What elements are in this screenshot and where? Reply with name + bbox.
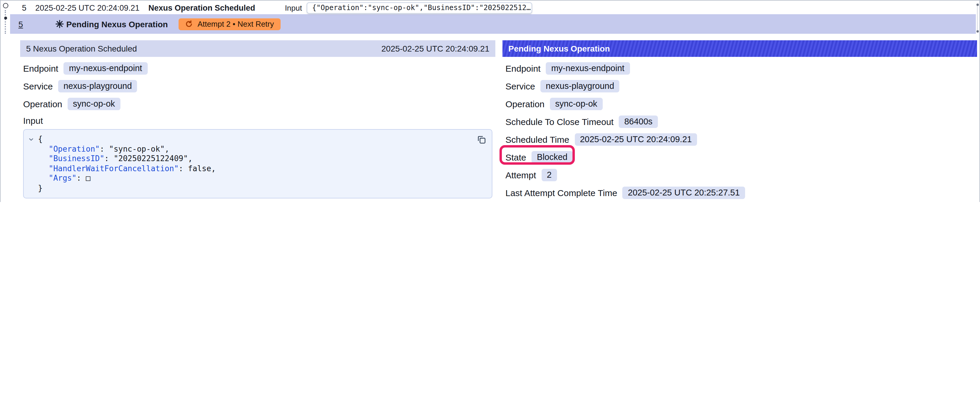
json-key: "Operation" <box>49 144 100 153</box>
json-key: "BusinessID" <box>49 154 104 163</box>
copy-button[interactable] <box>477 135 486 144</box>
event-title: Nexus Operation Scheduled <box>148 3 255 12</box>
pending-panel-header: Pending Nexus Operation <box>503 40 977 57</box>
scheduled-panel-title: 5 Nexus Operation Scheduled <box>26 44 137 53</box>
json-text: : false, <box>178 164 216 173</box>
retry-badge-label: Attempt 2 • Next Retry <box>197 19 274 29</box>
field-value-badge: 2025-02-25 UTC 20:24:09.21 <box>574 133 697 146</box>
field-label: Last Attempt Complete Time <box>506 187 617 198</box>
pending-operation-detail-panel: Pending Nexus Operation Endpoint my-nexu… <box>503 40 977 202</box>
pending-asterisk-icon <box>55 19 64 29</box>
field-label: Operation <box>506 99 544 109</box>
field-endpoint: Endpoint my-nexus-endpoint <box>506 59 974 77</box>
input-json-viewer: { "Operation": "sync-op-ok", "BusinessID… <box>23 129 492 198</box>
event-id-link[interactable]: 5 <box>22 3 26 12</box>
json-line: "HandlerWaitForCancellation": false, <box>29 164 472 174</box>
event-timestamp: 2025-02-25 UTC 20:24:09.21 <box>35 3 139 12</box>
field-value-badge: sync-op-ok <box>550 97 603 110</box>
json-line: "Args": □ <box>29 174 472 183</box>
field-service: Service nexus-playground <box>23 77 492 95</box>
event-row-pending-nexus-operation[interactable]: 5 Pending Nexus Operation <box>10 14 976 34</box>
field-value-badge: nexus-playground <box>58 80 137 92</box>
field-value-badge: my-nexus-endpoint <box>546 62 630 74</box>
scheduled-event-detail-panel: 5 Nexus Operation Scheduled 2025-02-25 U… <box>20 40 495 202</box>
timeline-rail <box>2 2 10 36</box>
field-label: Service <box>23 81 53 91</box>
event-row-nexus-operation-scheduled[interactable]: 5 2025-02-25 UTC 20:24:09.21 Nexus Opera… <box>10 1 976 14</box>
field-value-badge: nexus-playground <box>541 80 620 92</box>
json-line: "Operation": "sync-op-ok", <box>29 144 472 154</box>
pending-panel-body: Endpoint my-nexus-endpoint Service nexus… <box>503 57 977 202</box>
timeline-rail-right <box>976 3 979 33</box>
field-attempt: Attempt 2 <box>506 166 974 184</box>
pending-event-title: Pending Nexus Operation <box>67 19 168 29</box>
timeline-start-marker-icon <box>3 3 8 8</box>
json-text: : "20250225122409", <box>104 154 192 163</box>
field-state: State Blocked <box>506 148 974 166</box>
retry-icon <box>185 20 193 28</box>
field-label: Scheduled Time <box>506 134 569 144</box>
last-attempt-failure-label: Last Attempt Failure <box>506 201 974 202</box>
field-label: Endpoint <box>506 63 541 73</box>
timeline-dotted-line <box>5 10 6 34</box>
json-key: "Args" <box>49 174 76 182</box>
field-scheduled-time: Scheduled Time 2025-02-25 UTC 20:24:09.2… <box>506 130 974 148</box>
field-value-badge: 2025-02-25 UTC 20:25:27.51 <box>623 186 745 199</box>
field-last-attempt-complete-time: Last Attempt Complete Time 2025-02-25 UT… <box>506 184 974 201</box>
collapse-chevron-icon[interactable] <box>29 137 34 142</box>
json-text: } <box>38 183 43 192</box>
scheduled-panel-body: Endpoint my-nexus-endpoint Service nexus… <box>20 57 495 202</box>
workflow-event-history-view: 5 2025-02-25 UTC 20:24:09.21 Nexus Opera… <box>0 0 980 202</box>
timeline-dot-top-icon <box>976 3 978 6</box>
scheduled-panel-header: 5 Nexus Operation Scheduled 2025-02-25 U… <box>20 40 495 57</box>
field-operation: Operation sync-op-ok <box>506 95 974 112</box>
field-label: Attempt <box>506 170 536 180</box>
pending-panel-title: Pending Nexus Operation <box>508 44 610 53</box>
json-line: { <box>29 135 472 144</box>
json-text: : "sync-op-ok", <box>100 144 169 153</box>
field-value-badge: 86400s <box>619 115 658 128</box>
field-endpoint: Endpoint my-nexus-endpoint <box>23 59 492 77</box>
field-label: State <box>506 152 526 162</box>
timeline-dot-bottom-icon <box>976 30 978 33</box>
json-text: { <box>38 135 43 143</box>
field-label: Endpoint <box>23 63 58 73</box>
event-history-rows: 5 2025-02-25 UTC 20:24:09.21 Nexus Opera… <box>10 1 976 34</box>
field-value-badge: sync-op-ok <box>68 97 121 110</box>
field-value-badge: my-nexus-endpoint <box>64 62 147 74</box>
retry-attempt-badge: Attempt 2 • Next Retry <box>178 18 281 30</box>
field-label: Schedule To Close Timeout <box>506 116 614 127</box>
field-label: Service <box>506 81 535 91</box>
timeline-dotted-line-right <box>977 5 978 31</box>
state-badge: Blocked <box>531 151 573 163</box>
field-service: Service nexus-playground <box>506 77 974 95</box>
field-label: Operation <box>23 99 62 109</box>
field-value-badge: 2 <box>541 168 557 181</box>
timeline-event-dot-icon <box>4 17 7 19</box>
json-key: "HandlerWaitForCancellation" <box>49 164 178 173</box>
field-operation: Operation sync-op-ok <box>23 95 492 112</box>
json-line: "BusinessID": "20250225122409", <box>29 154 472 164</box>
input-section-label: Input <box>23 112 492 128</box>
scheduled-panel-timestamp: 2025-02-25 UTC 20:24:09.21 <box>382 44 489 53</box>
json-text: : □ <box>76 174 91 182</box>
input-preview-chip[interactable]: {"Operation":"sync-op-ok","BusinessID":"… <box>307 2 532 13</box>
event-id-link[interactable]: 5 <box>18 19 23 29</box>
input-label: Input <box>285 3 302 12</box>
field-schedule-to-close-timeout: Schedule To Close Timeout 86400s <box>506 112 974 130</box>
json-line: } <box>29 183 472 193</box>
